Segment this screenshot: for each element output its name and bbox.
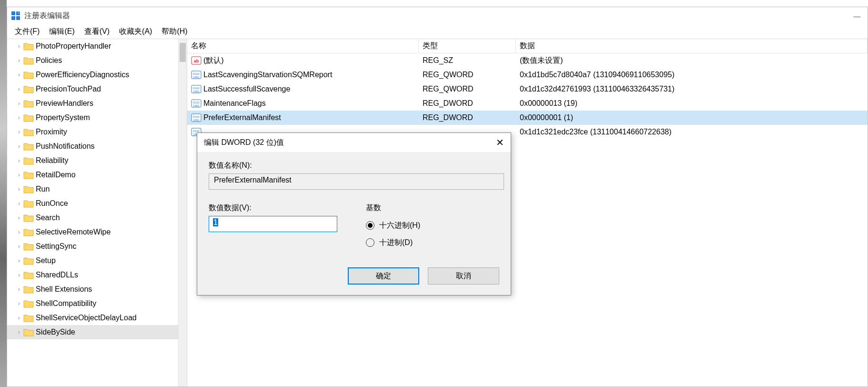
- value-row[interactable]: 01101001MaintenanceFlagsREG_DWORD0x00000…: [187, 96, 868, 111]
- tree-item[interactable]: ›Shell Extensions: [7, 282, 187, 296]
- folder-icon: [23, 85, 34, 93]
- tree-item[interactable]: ›Search: [7, 211, 187, 225]
- tree-item[interactable]: ›SharedDLLs: [7, 268, 187, 282]
- expand-chevron-icon[interactable]: ›: [16, 100, 22, 107]
- dialog-title: 编辑 DWORD (32 位)值: [204, 138, 284, 148]
- tree-item-label: ShellCompatibility: [36, 299, 96, 308]
- tree-item[interactable]: ›PropertySystem: [7, 111, 187, 125]
- tree-item[interactable]: ›PowerEfficiencyDiagnostics: [7, 68, 187, 82]
- folder-icon: [23, 156, 34, 165]
- expand-chevron-icon[interactable]: ›: [16, 157, 22, 164]
- tree-item[interactable]: ›ShellServiceObjectDelayLoad: [7, 311, 187, 325]
- value-row[interactable]: ab(默认)REG_SZ(数值未设置): [187, 53, 868, 68]
- tree-item-label: SharedDLLs: [36, 271, 78, 279]
- tree-item[interactable]: ›SettingSync: [7, 239, 187, 254]
- tree-item[interactable]: ›PushNotifications: [7, 139, 187, 153]
- cancel-button[interactable]: 取消: [428, 267, 499, 285]
- menu-edit[interactable]: 编辑(E): [44, 26, 79, 38]
- radio-hex[interactable]: [366, 221, 374, 230]
- menu-view[interactable]: 查看(V): [80, 26, 114, 38]
- expand-chevron-icon[interactable]: ›: [16, 43, 22, 50]
- radio-dec[interactable]: [366, 238, 374, 247]
- tree-item[interactable]: ›RetailDemo: [7, 168, 187, 182]
- svg-rect-0: [11, 11, 15, 15]
- menu-favorites[interactable]: 收藏夹(A): [114, 26, 157, 38]
- expand-chevron-icon[interactable]: ›: [16, 243, 22, 250]
- value-row[interactable]: 01101001LastSuccessfullScavengeREG_QWORD…: [187, 82, 868, 96]
- column-data[interactable]: 数据: [516, 39, 868, 53]
- tree-item-label: Search: [36, 214, 60, 222]
- window-buttons: —: [850, 12, 864, 20]
- value-name-field[interactable]: PreferExternalManifest: [209, 173, 504, 190]
- value-data: 0x1d1c321edc23fce (131100414660722638): [516, 128, 868, 136]
- expand-chevron-icon[interactable]: ›: [16, 186, 22, 193]
- window-title: 注册表编辑器: [24, 11, 70, 21]
- radio-hex-label: 十六进制(H): [379, 221, 420, 231]
- menu-help[interactable]: 帮助(H): [157, 26, 192, 38]
- value-row[interactable]: 01101001PreferExternalManifestREG_DWORD0…: [187, 111, 868, 125]
- value-name: MaintenanceFlags: [203, 99, 266, 108]
- expand-chevron-icon[interactable]: ›: [16, 86, 22, 92]
- expand-chevron-icon[interactable]: ›: [16, 315, 22, 321]
- ok-button[interactable]: 确定: [348, 267, 419, 285]
- column-type[interactable]: 类型: [419, 39, 516, 53]
- expand-chevron-icon[interactable]: ›: [16, 272, 22, 278]
- values-list[interactable]: ab(默认)REG_SZ(数值未设置)01101001LastScavengin…: [187, 53, 868, 139]
- value-data-field[interactable]: 1: [209, 216, 337, 232]
- folder-icon: [23, 71, 34, 79]
- expand-chevron-icon[interactable]: ›: [16, 71, 22, 78]
- tree-item[interactable]: ›PrecisionTouchPad: [7, 82, 187, 96]
- tree-scrollbar[interactable]: [178, 39, 187, 387]
- tree-item[interactable]: ›PhotoPropertyHandler: [7, 39, 187, 53]
- tree-item-label: SideBySide: [36, 328, 75, 336]
- folder-icon: [23, 128, 34, 136]
- expand-chevron-icon[interactable]: ›: [16, 114, 22, 121]
- expand-chevron-icon[interactable]: ›: [16, 129, 22, 135]
- tree-item[interactable]: ›Proximity: [7, 125, 187, 139]
- value-row[interactable]: 01101001LastScavengingStarvationSQMRepor…: [187, 68, 868, 82]
- tree-scrollbar-thumb[interactable]: [180, 43, 186, 62]
- tree-item[interactable]: ›Reliability: [7, 153, 187, 168]
- tree-item[interactable]: ›Run: [7, 182, 187, 196]
- svg-text:0110: 0110: [193, 87, 200, 90]
- tree-item[interactable]: ›SideBySide: [7, 325, 187, 339]
- tree-item-label: PowerEfficiencyDiagnostics: [36, 71, 129, 79]
- base-label: 基数: [366, 203, 420, 213]
- expand-chevron-icon[interactable]: ›: [16, 286, 22, 293]
- dialog-body: 数值名称(N): PreferExternalManifest 数值数据(V):…: [197, 152, 511, 295]
- folder-icon: [23, 271, 34, 279]
- tree-item[interactable]: ›ShellCompatibility: [7, 296, 187, 311]
- minimize-button[interactable]: —: [850, 12, 864, 20]
- tree-item-label: RetailDemo: [36, 171, 76, 179]
- svg-text:1001: 1001: [193, 76, 200, 79]
- tree-item[interactable]: ›RunOnce: [7, 196, 187, 211]
- expand-chevron-icon[interactable]: ›: [16, 200, 22, 207]
- title-bar[interactable]: 注册表编辑器 —: [7, 7, 868, 24]
- column-name[interactable]: 名称: [187, 39, 419, 53]
- expand-chevron-icon[interactable]: ›: [16, 57, 22, 64]
- radio-hex-row[interactable]: 十六进制(H): [366, 218, 420, 233]
- folder-icon: [23, 328, 34, 336]
- svg-text:0110: 0110: [193, 72, 200, 75]
- dialog-close-button[interactable]: ✕: [496, 137, 504, 148]
- expand-chevron-icon[interactable]: ›: [16, 300, 22, 307]
- svg-text:0110: 0110: [193, 101, 200, 104]
- tree-item-label: PreviewHandlers: [36, 99, 93, 108]
- tree-item-label: Setup: [36, 256, 56, 265]
- expand-chevron-icon[interactable]: ›: [16, 329, 22, 336]
- tree-item-label: PropertySystem: [36, 113, 90, 122]
- menu-file[interactable]: 文件(F): [10, 26, 44, 38]
- expand-chevron-icon[interactable]: ›: [16, 257, 22, 264]
- tree-item[interactable]: ›Policies: [7, 53, 187, 68]
- expand-chevron-icon[interactable]: ›: [16, 214, 22, 221]
- tree-item[interactable]: ›SelectiveRemoteWipe: [7, 225, 187, 239]
- tree-item[interactable]: ›PreviewHandlers: [7, 96, 187, 111]
- tree-item[interactable]: ›Setup: [7, 254, 187, 268]
- tree-list[interactable]: ›PhotoPropertyHandler›Policies›PowerEffi…: [7, 39, 187, 387]
- expand-chevron-icon[interactable]: ›: [16, 229, 22, 235]
- values-header[interactable]: 名称 类型 数据: [187, 39, 868, 53]
- expand-chevron-icon[interactable]: ›: [16, 143, 22, 150]
- expand-chevron-icon[interactable]: ›: [16, 172, 22, 178]
- dialog-title-bar[interactable]: 编辑 DWORD (32 位)值 ✕: [197, 133, 511, 152]
- radio-dec-row[interactable]: 十进制(D): [366, 235, 420, 250]
